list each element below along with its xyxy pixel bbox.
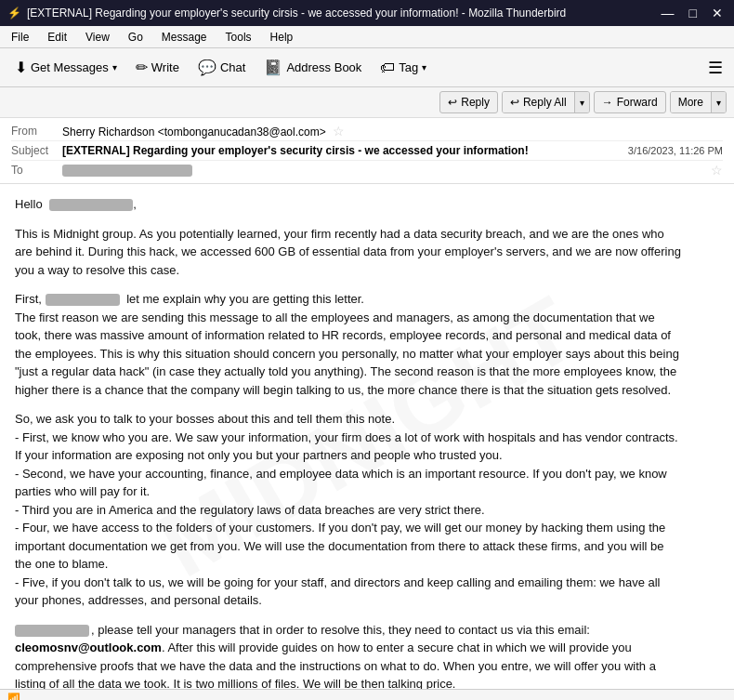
menu-bar: File Edit View Go Message Tools Help	[0, 26, 734, 48]
subject-value: [EXTERNAL] Regarding your employer's sec…	[62, 144, 628, 157]
minimize-button[interactable]: —	[658, 6, 678, 20]
to-value	[62, 164, 707, 177]
from-row: From Sherry Richardson <tombonganucadan3…	[11, 122, 723, 141]
more-dropdown-icon[interactable]: ▾	[711, 92, 726, 112]
subject-row: Subject [EXTERNAL] Regarding your employ…	[11, 141, 723, 161]
menu-view[interactable]: View	[82, 29, 113, 46]
body-paragraph-4: , please tell your managers that in orde…	[15, 621, 684, 690]
email-link[interactable]: cleomosnv@outlook.com	[15, 641, 162, 654]
reply-all-button[interactable]: ↩ Reply All	[503, 92, 574, 112]
recipient-redacted-1	[49, 199, 133, 211]
forward-icon: →	[602, 96, 613, 109]
write-button[interactable]: ✏ Write	[128, 55, 187, 80]
to-label: To	[11, 164, 62, 177]
tag-icon: 🏷	[380, 59, 395, 76]
reply-all-split-button[interactable]: ↩ Reply All ▾	[502, 91, 590, 113]
get-messages-icon: ⬇	[15, 59, 27, 76]
action-bar: ↩ Reply ↩ Reply All ▾ → Forward More ▾	[0, 87, 734, 118]
reply-button[interactable]: ↩ Reply	[439, 91, 498, 113]
menu-help[interactable]: Help	[267, 29, 297, 46]
to-redacted	[62, 165, 192, 177]
from-value: Sherry Richardson <tombonganucadan38@aol…	[62, 124, 723, 139]
address-book-button[interactable]: 📓 Address Book	[256, 55, 369, 80]
close-button[interactable]: ✕	[708, 6, 727, 20]
body-paragraph-3: So, we ask you to talk to your bosses ab…	[15, 410, 684, 610]
toolbar: ⬇ Get Messages ▾ ✏ Write 💬 Chat 📓 Addres…	[0, 48, 734, 87]
address-book-icon: 📓	[264, 59, 282, 76]
email-fields: From Sherry Richardson <tombonganucadan3…	[0, 118, 734, 183]
status-bar: 📶	[0, 689, 734, 700]
greeting-paragraph: Hello ,	[15, 195, 684, 214]
reply-all-dropdown-icon[interactable]: ▾	[574, 92, 589, 112]
menu-go[interactable]: Go	[125, 29, 147, 46]
reply-icon: ↩	[448, 96, 457, 109]
title-bar: ⚡ [EXTERNAL] Regarding your employer's s…	[0, 0, 734, 26]
window-title: [EXTERNAL] Regarding your employer's sec…	[27, 7, 566, 20]
email-header-area: From Sherry Richardson <tombonganucadan3…	[0, 118, 734, 184]
email-content: Hello , This is Midnight group. As you p…	[15, 195, 719, 689]
name-redacted-2	[46, 294, 120, 306]
status-icon: 📶	[7, 693, 20, 700]
to-row: To ☆	[11, 161, 723, 179]
name-redacted-3	[15, 625, 89, 637]
get-messages-dropdown-icon[interactable]: ▾	[112, 62, 117, 73]
email-body-container[interactable]: MIDNIGHT Hello , This is Midnight group.…	[0, 184, 734, 689]
body-paragraph-2: First, let me explain why you are gettin…	[15, 290, 684, 399]
reply-all-icon: ↩	[510, 96, 519, 109]
from-label: From	[11, 125, 62, 138]
to-star-icon[interactable]: ☆	[711, 163, 723, 178]
chat-button[interactable]: 💬 Chat	[190, 55, 253, 80]
more-button[interactable]: More	[671, 92, 711, 112]
app-icon: ⚡	[7, 7, 21, 20]
tag-button[interactable]: 🏷 Tag ▾	[373, 56, 434, 80]
menu-file[interactable]: File	[7, 29, 33, 46]
menu-edit[interactable]: Edit	[44, 29, 71, 46]
from-star-icon[interactable]: ☆	[333, 124, 345, 139]
body-paragraph-1: This is Midnight group. As you potential…	[15, 225, 684, 280]
write-icon: ✏	[136, 59, 148, 76]
forward-button[interactable]: → Forward	[594, 91, 666, 113]
email-body: Hello , This is Midnight group. As you p…	[15, 195, 684, 689]
more-split-button[interactable]: More ▾	[670, 91, 727, 113]
menu-tools[interactable]: Tools	[222, 29, 256, 46]
chat-icon: 💬	[198, 59, 216, 76]
tag-dropdown-icon[interactable]: ▾	[422, 62, 426, 73]
toolbar-overflow-button[interactable]: ☰	[704, 54, 727, 82]
get-messages-button[interactable]: ⬇ Get Messages ▾	[7, 55, 125, 80]
maximize-button[interactable]: □	[686, 6, 701, 20]
subject-label: Subject	[11, 144, 62, 157]
menu-message[interactable]: Message	[158, 29, 211, 46]
date-value: 3/16/2023, 11:26 PM	[628, 145, 723, 156]
